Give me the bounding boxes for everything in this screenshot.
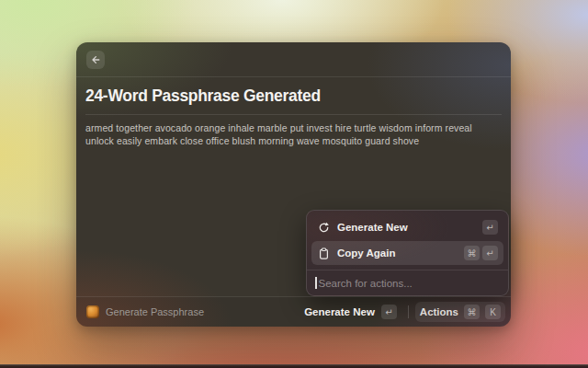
command-key-chip: ⌘ xyxy=(464,246,480,260)
clipboard-icon xyxy=(317,247,330,259)
action-item-generate-new[interactable]: Generate New ↵ xyxy=(311,215,503,239)
app-icon xyxy=(86,305,99,318)
back-arrow-icon xyxy=(90,54,101,65)
footer-bar: Generate Passphrase Generate New ↵ Actio… xyxy=(76,296,511,327)
text-cursor xyxy=(315,277,317,289)
background-window-edge xyxy=(0,364,588,368)
return-key-chip: ↵ xyxy=(482,220,498,235)
back-button[interactable] xyxy=(86,51,105,69)
command-key-chip: ⌘ xyxy=(464,305,480,319)
footer-divider xyxy=(408,305,409,318)
footer-app-name: Generate Passphrase xyxy=(106,306,204,317)
action-label: Generate New xyxy=(337,222,475,233)
launcher-window: 24-Word Passphrase Generated armed toget… xyxy=(76,42,511,327)
return-key-chip: ↵ xyxy=(482,246,498,260)
page-title: 24-Word Passphrase Generated xyxy=(85,85,502,114)
actions-panel: Generate New ↵ Copy Again ⌘ xyxy=(306,210,509,296)
search-placeholder: Search for actions... xyxy=(318,278,413,289)
primary-action-button[interactable]: Generate New ↵ xyxy=(300,302,401,322)
window-header xyxy=(76,42,511,77)
actions-search-input[interactable]: Search for actions... xyxy=(307,270,508,295)
desktop-background: 24-Word Passphrase Generated armed toget… xyxy=(0,0,588,368)
actions-menu-button[interactable]: Actions ⌘ K xyxy=(415,302,505,322)
shortcut-chips: ⌘ ↵ xyxy=(464,246,498,260)
refresh-icon xyxy=(317,221,330,234)
actions-list: Generate New ↵ Copy Again ⌘ xyxy=(307,211,508,270)
primary-action-label: Generate New xyxy=(304,306,375,317)
actions-menu-label: Actions xyxy=(420,306,458,317)
k-key-chip: K xyxy=(485,305,501,319)
action-item-copy-again[interactable]: Copy Again ⌘ ↵ xyxy=(311,241,503,265)
detail-content: 24-Word Passphrase Generated armed toget… xyxy=(76,77,511,147)
action-label: Copy Again xyxy=(337,247,457,259)
shortcut-chips: ↵ xyxy=(482,220,498,235)
title-divider xyxy=(85,114,502,115)
passphrase-text: armed together avocado orange inhale mar… xyxy=(85,121,502,147)
return-key-chip: ↵ xyxy=(381,305,397,319)
